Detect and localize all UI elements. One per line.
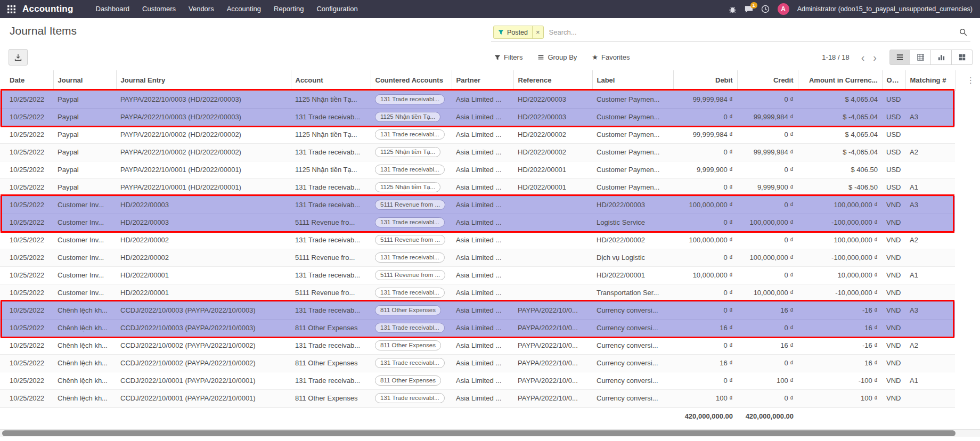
cell-matching-number[interactable]: A3 xyxy=(905,196,955,214)
cell-countered-accounts[interactable]: 131 Trade receivabl... xyxy=(371,354,452,372)
column-header-date[interactable]: Date xyxy=(0,70,53,91)
cell-amount-in-currency[interactable]: $ 4,065.04 xyxy=(798,91,882,108)
table-row[interactable]: 10/25/2022 Customer Inv... HD/2022/00002… xyxy=(0,231,955,249)
cell-account[interactable]: 811 Other Expenses xyxy=(291,354,371,372)
table-row[interactable]: 10/25/2022 Paypal PAYPA/2022/10/0001 (HD… xyxy=(0,178,955,196)
cell-journal-entry[interactable]: HD/2022/00002 xyxy=(116,231,291,249)
cell-countered-accounts[interactable]: 131 Trade receivabl... xyxy=(371,284,452,301)
cell-debit[interactable]: 0 ₫ xyxy=(673,108,737,126)
cell-partner[interactable]: Asia Limited ... xyxy=(452,161,513,178)
cell-partner[interactable]: Asia Limited ... xyxy=(452,231,513,249)
cell-account[interactable]: 131 Trade receivab... xyxy=(291,266,371,284)
cell-label[interactable]: Currency conversi... xyxy=(592,337,673,354)
cell-currency[interactable]: VND xyxy=(882,354,905,372)
cell-account[interactable]: 131 Trade receivab... xyxy=(291,372,371,389)
cell-countered-accounts[interactable]: 1125 Nhận tiền Tạ... xyxy=(371,108,452,126)
cell-partner[interactable]: Asia Limited ... xyxy=(452,249,513,266)
cell-label[interactable]: HD/2022/00001 xyxy=(592,266,673,284)
cell-partner[interactable]: Asia Limited ... xyxy=(452,372,513,389)
cell-credit[interactable]: 16 ₫ xyxy=(737,301,798,319)
cell-label[interactable]: Currency conversi... xyxy=(592,372,673,389)
table-row[interactable]: 10/25/2022 Chênh lệch kh... CCDJ/2022/10… xyxy=(0,319,955,337)
cell-amount-in-currency[interactable]: 100,000,000 ₫ xyxy=(798,196,882,214)
column-header-reference[interactable]: Reference xyxy=(513,70,592,91)
cell-countered-accounts[interactable]: 131 Trade receivabl... xyxy=(371,91,452,108)
cell-account[interactable]: 1125 Nhận tiền Tạ... xyxy=(291,126,371,143)
cell-credit[interactable]: 0 ₫ xyxy=(737,319,798,337)
cell-partner[interactable]: Asia Limited ... xyxy=(452,389,513,407)
cell-credit[interactable]: 9,999,900 ₫ xyxy=(737,178,798,196)
nav-item-customers[interactable]: Customers xyxy=(136,0,182,18)
cell-countered-accounts[interactable]: 1125 Nhận tiền Tạ... xyxy=(371,143,452,161)
cell-partner[interactable]: Asia Limited ... xyxy=(452,91,513,108)
cell-countered-accounts[interactable]: 1125 Nhận tiền Tạ... xyxy=(371,178,452,196)
cell-reference[interactable]: PAYPA/2022/10/0... xyxy=(513,354,592,372)
cell-journal[interactable]: Chênh lệch kh... xyxy=(53,319,116,337)
cell-reference[interactable] xyxy=(513,249,592,266)
cell-journal-entry[interactable]: CCDJ/2022/10/0003 (PAYPA/2022/10/0003) xyxy=(116,301,291,319)
cell-amount-in-currency[interactable]: 10,000,000 ₫ xyxy=(798,266,882,284)
column-header-account[interactable]: Account xyxy=(291,70,371,91)
cell-label[interactable]: Currency conversi... xyxy=(592,389,673,407)
column-header-credit[interactable]: Credit xyxy=(737,70,798,91)
cell-credit[interactable]: 0 ₫ xyxy=(737,389,798,407)
cell-reference[interactable]: HD/2022/00002 xyxy=(513,126,592,143)
cell-journal-entry[interactable]: HD/2022/00003 xyxy=(116,214,291,231)
cell-currency[interactable]: VND xyxy=(882,337,905,354)
cell-currency[interactable]: USD xyxy=(882,178,905,196)
cell-date[interactable]: 10/25/2022 xyxy=(0,372,53,389)
search-input[interactable]: Search... xyxy=(549,28,954,36)
cell-journal[interactable]: Customer Inv... xyxy=(53,214,116,231)
cell-credit[interactable]: 10,000,000 ₫ xyxy=(737,284,798,301)
cell-currency[interactable]: VND xyxy=(882,301,905,319)
cell-account[interactable]: 1125 Nhận tiền Tạ... xyxy=(291,161,371,178)
cell-journal-entry[interactable]: PAYPA/2022/10/0002 (HD/2022/00002) xyxy=(116,126,291,143)
column-header-matching[interactable]: Matching # xyxy=(905,70,955,91)
cell-currency[interactable]: VND xyxy=(882,249,905,266)
cell-amount-in-currency[interactable]: 16 ₫ xyxy=(798,354,882,372)
cell-account[interactable]: 131 Trade receivab... xyxy=(291,231,371,249)
cell-date[interactable]: 10/25/2022 xyxy=(0,249,53,266)
cell-debit[interactable]: 0 ₫ xyxy=(673,372,737,389)
cell-date[interactable]: 10/25/2022 xyxy=(0,266,53,284)
cell-matching-number[interactable] xyxy=(905,91,955,108)
cell-amount-in-currency[interactable]: 100,000,000 ₫ xyxy=(798,231,882,249)
cell-credit[interactable]: 0 ₫ xyxy=(737,266,798,284)
cell-label[interactable]: Customer Paymen... xyxy=(592,143,673,161)
cell-currency[interactable]: USD xyxy=(882,108,905,126)
cell-date[interactable]: 10/25/2022 xyxy=(0,301,53,319)
cell-amount-in-currency[interactable]: -16 ₫ xyxy=(798,301,882,319)
cell-amount-in-currency[interactable]: $ 4,065.04 xyxy=(798,126,882,143)
cell-debit[interactable]: 100,000,000 ₫ xyxy=(673,196,737,214)
cell-reference[interactable] xyxy=(513,231,592,249)
nav-item-accounting[interactable]: Accounting xyxy=(220,0,267,18)
column-header-amount-in-currency[interactable]: Amount in Currenc... xyxy=(798,70,882,91)
cell-partner[interactable]: Asia Limited ... xyxy=(452,266,513,284)
cell-amount-in-currency[interactable]: $ -4,065.04 xyxy=(798,143,882,161)
cell-partner[interactable]: Asia Limited ... xyxy=(452,126,513,143)
cell-amount-in-currency[interactable]: 16 ₫ xyxy=(798,319,882,337)
cell-currency[interactable]: USD xyxy=(882,161,905,178)
cell-journal-entry[interactable]: PAYPA/2022/10/0001 (HD/2022/00001) xyxy=(116,161,291,178)
cell-amount-in-currency[interactable]: -10,000,000 ₫ xyxy=(798,284,882,301)
table-row[interactable]: 10/25/2022 Paypal PAYPA/2022/10/0003 (HD… xyxy=(0,108,955,126)
cell-currency[interactable]: VND xyxy=(882,196,905,214)
cell-journal[interactable]: Customer Inv... xyxy=(53,266,116,284)
cell-journal-entry[interactable]: PAYPA/2022/10/0002 (HD/2022/00002) xyxy=(116,143,291,161)
cell-matching-number[interactable] xyxy=(905,126,955,143)
cell-amount-in-currency[interactable]: -16 ₫ xyxy=(798,337,882,354)
cell-credit[interactable]: 100,000,000 ₫ xyxy=(737,249,798,266)
cell-matching-number[interactable] xyxy=(905,284,955,301)
cell-debit[interactable]: 99,999,984 ₫ xyxy=(673,91,737,108)
messages-icon[interactable]: 1 xyxy=(745,5,753,13)
cell-currency[interactable]: VND xyxy=(882,389,905,407)
cell-account[interactable]: 131 Trade receivab... xyxy=(291,337,371,354)
cell-matching-number[interactable]: A3 xyxy=(905,301,955,319)
cell-journal-entry[interactable]: CCDJ/2022/10/0003 (PAYPA/2022/10/0003) xyxy=(116,319,291,337)
cell-journal[interactable]: Paypal xyxy=(53,178,116,196)
table-row[interactable]: 10/25/2022 Paypal PAYPA/2022/10/0002 (HD… xyxy=(0,126,955,143)
cell-account[interactable]: 811 Other Expenses xyxy=(291,389,371,407)
cell-debit[interactable]: 16 ₫ xyxy=(673,319,737,337)
cell-partner[interactable]: Asia Limited ... xyxy=(452,108,513,126)
cell-journal-entry[interactable]: PAYPA/2022/10/0003 (HD/2022/00003) xyxy=(116,108,291,126)
